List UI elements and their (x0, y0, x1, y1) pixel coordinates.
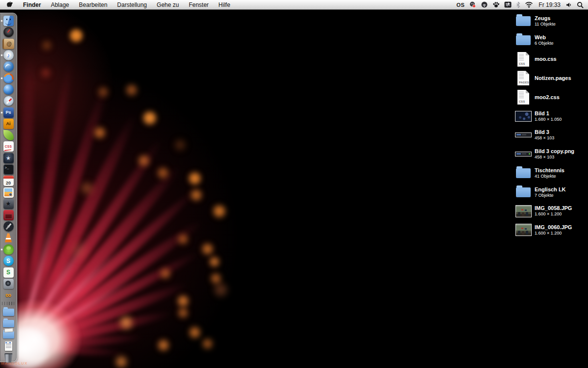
menu-clock[interactable]: Fr 19:33 (538, 0, 562, 9)
folder-icon (516, 35, 531, 45)
volume-icon[interactable] (566, 0, 572, 9)
dock-finder[interactable] (0, 15, 17, 26)
photo-thumbnail (515, 205, 532, 217)
desktop-icon-moo2-css[interactable]: CSS moo2.css (514, 88, 588, 107)
desktop-icon-englisch-lk[interactable]: Englisch LK7 Objekte (514, 183, 588, 202)
menu-darstellung[interactable]: Darstellung (112, 0, 152, 9)
folder-icon (3, 309, 14, 316)
folder-icon (516, 16, 531, 26)
desktop-icon-img-0060[interactable]: IMG_0060.JPG1.600 × 1.200 (514, 221, 588, 240)
dock-dashboard[interactable] (0, 26, 17, 38)
image-thumbnail (515, 111, 532, 122)
os-indicator[interactable]: OS (456, 0, 465, 9)
menu-bearbeiten[interactable]: Bearbeiten (74, 0, 112, 9)
desktop-icon-bild-3[interactable]: Bild 3458 × 103 (514, 126, 588, 145)
cssedit-icon: CSS (3, 141, 14, 152)
desktop-icon-notizen-pages[interactable]: PAGES Notizen.pages (514, 69, 588, 88)
dock-itunes[interactable]: ♪ (0, 50, 17, 61)
desktop: MANDOLUX Finder Ablage Bearbeiten Darste… (0, 0, 588, 368)
dock-disc-pen-app[interactable] (0, 221, 17, 232)
dock-knot-app[interactable]: ∞ (0, 289, 17, 301)
firefox-icon (3, 73, 14, 83)
running-indicator (1, 78, 2, 79)
dashboard-icon (3, 27, 14, 37)
theater-icon (3, 210, 14, 220)
address-book-icon: @ (2, 39, 14, 49)
pages-file-icon: PAGES (517, 71, 529, 85)
knot-icon: ∞ (3, 290, 14, 300)
menu-fenster[interactable]: Fenster (184, 0, 214, 9)
running-indicator (1, 249, 2, 250)
dock-folder-2[interactable] (0, 318, 17, 329)
desktop-icon-column: Zeugs11 Objekte Web6 Objekte CSS moo.css… (514, 12, 588, 239)
stack-folder-icon (3, 331, 14, 339)
dock-photoshop[interactable]: Ps (0, 106, 17, 118)
idvd-star-icon: ★ (3, 199, 14, 209)
dock-s-app[interactable]: S (0, 267, 17, 278)
bluetooth-icon[interactable] (516, 0, 520, 9)
apple-icon (7, 1, 13, 8)
dock-terminal[interactable]: >_ (0, 164, 17, 175)
dock-vlc[interactable] (0, 233, 17, 244)
paw-icon[interactable] (492, 0, 500, 9)
itunes-icon: ♪ (3, 50, 14, 60)
dock-front-row[interactable] (0, 210, 17, 221)
dock-coda[interactable] (0, 130, 17, 141)
desktop-icon-bild-1[interactable]: Bild 11.680 × 1.050 (514, 106, 588, 126)
menu-hilfe[interactable]: Hilfe (214, 0, 235, 9)
finder-icon (3, 16, 14, 26)
messenger-icon[interactable] (469, 0, 476, 9)
dock-ical[interactable]: 20 (0, 175, 17, 186)
dock-idvd[interactable]: ★ (0, 198, 17, 210)
thunderbird-icon (3, 61, 14, 72)
calendar-icon: 20 (3, 176, 14, 186)
dock-firefox[interactable] (0, 72, 17, 83)
dock-folder-1[interactable] (0, 306, 17, 317)
dock-documents-stack[interactable] (0, 341, 17, 352)
dock-imovie[interactable]: ★ (0, 153, 17, 164)
dock-iphoto[interactable] (0, 186, 17, 198)
leaf-icon (3, 130, 14, 140)
apple-menu[interactable] (0, 0, 18, 9)
iphoto-icon (3, 187, 14, 198)
radar-icon[interactable] (481, 0, 488, 9)
desktop-icon-zeugs[interactable]: Zeugs11 Objekte (514, 12, 588, 31)
dock-adium[interactable] (0, 244, 17, 255)
dock: @ ♪ Ps Ai CSS ★ >_ 20 ★ S S ∞ (0, 13, 17, 362)
desktop-icon-web[interactable]: Web6 Objekte (514, 31, 588, 50)
safari-compass-icon (3, 96, 14, 106)
menu-bar: Finder Ablage Bearbeiten Darstellung Geh… (0, 0, 588, 10)
dock-skype[interactable]: S (0, 255, 17, 266)
dock-illustrator[interactable]: Ai (0, 118, 17, 130)
menu-ablage[interactable]: Ablage (46, 0, 74, 9)
desktop-icon-moo-css[interactable]: CSS moo.css (514, 50, 588, 69)
trash-icon (4, 353, 13, 363)
photoshop-icon: Ps (3, 107, 14, 118)
dock-cssedit[interactable]: CSS (0, 141, 17, 152)
input-switcher-icon[interactable] (504, 0, 512, 9)
desktop-icon-img-0058[interactable]: IMG_0058.JPG1.600 × 1.200 (514, 202, 588, 221)
desktop-icon-bild-3-copy[interactable]: Bild 3 copy.png458 × 103 (514, 145, 588, 164)
desktop-icon-tischtennis[interactable]: Tischtennis41 Objekte (514, 164, 588, 183)
wallpaper: MANDOLUX (0, 0, 588, 368)
folder-icon (3, 320, 14, 327)
document-stack-icon (5, 342, 12, 351)
s-app-icon: S (3, 267, 14, 278)
menu-finder[interactable]: Finder (18, 0, 46, 9)
dock-safari[interactable] (0, 95, 17, 106)
dock-thunderbird[interactable] (0, 61, 17, 72)
dock-trash[interactable] (0, 352, 17, 364)
folder-icon (516, 168, 531, 178)
wifi-icon[interactable] (525, 0, 533, 9)
dock-address-book[interactable]: @ (0, 38, 17, 50)
photo-thumbnail (515, 224, 532, 236)
css-file-icon: CSS (517, 90, 529, 105)
traffic-cone-icon (3, 233, 14, 243)
spotlight-icon[interactable] (577, 0, 584, 9)
folder-icon (516, 187, 531, 197)
terminal-icon: >_ (3, 164, 14, 175)
dock-stack-folder[interactable] (0, 329, 17, 341)
menu-gehe-zu[interactable]: Gehe zu (152, 0, 184, 9)
dock-iweb[interactable] (0, 84, 17, 95)
dock-aperture-app[interactable] (0, 278, 17, 289)
